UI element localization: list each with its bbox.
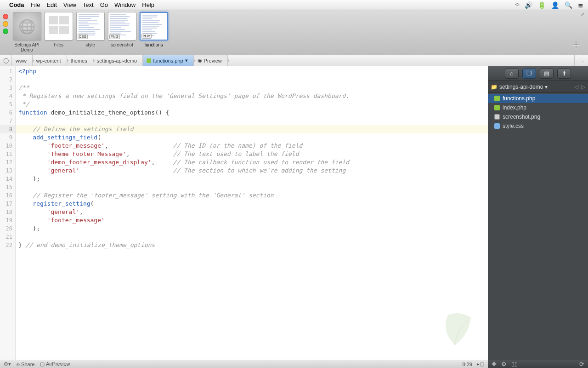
tab-settings-api-demo[interactable]: Settings API Demo (12, 12, 42, 52)
user-icon[interactable]: 👤 (551, 1, 559, 9)
breadcrumb-settings-api-demo[interactable]: settings-api-demo (93, 55, 143, 66)
menu-file[interactable]: File (31, 1, 40, 8)
symbols-icon[interactable]: ▸▢ (477, 361, 484, 367)
split-view-button[interactable]: +≡ (574, 55, 588, 66)
wifi-icon[interactable]: ⌔ (515, 1, 519, 9)
spotlight-icon[interactable]: 🔍 (565, 1, 572, 9)
chevron-down-icon[interactable]: ▾ (545, 84, 548, 90)
airpreview-button[interactable]: ▢ AirPreview (40, 361, 70, 367)
file-functions-php[interactable]: functions.php (488, 94, 588, 103)
file-screenshot-png[interactable]: screenshot.png (488, 112, 588, 121)
breadcrumb-file[interactable]: functions.php ▾ (143, 55, 193, 66)
document-tabs: Settings API DemoFilesCSSstylePNGscreens… (12, 12, 169, 52)
back-button[interactable]: ◯ (0, 55, 12, 66)
menu-view[interactable]: View (63, 1, 76, 8)
chevron-down-icon[interactable]: ▾ (185, 58, 188, 63)
status-bar: ⚙▾ ⎋ Share ▢ AirPreview 8:29 ▸▢ (0, 360, 488, 368)
code-editor[interactable]: 12345678910111213141516171819202122 <?ph… (0, 66, 488, 360)
menu-help[interactable]: Help (142, 1, 154, 8)
clips-icon[interactable]: ▤ (540, 69, 554, 79)
reload-icon[interactable]: ⟳ (579, 361, 584, 368)
minimize-button[interactable] (3, 21, 8, 27)
expand-icon[interactable]: ⤢ (581, 12, 584, 17)
sidebar-path[interactable]: 📁 settings-api-demo ▾ ◁ ▷ (488, 81, 588, 93)
sidebar-folder-label: settings-api-demo (499, 84, 543, 90)
png-file-icon (494, 114, 500, 120)
files-icon[interactable]: ❐ (522, 69, 536, 79)
gear-icon[interactable]: ⚙▾ (4, 361, 11, 367)
php-file-icon (494, 96, 500, 101)
menu-text[interactable]: Text (83, 1, 94, 8)
php-file-icon (147, 58, 151, 63)
add-file-icon[interactable]: ✚ (492, 361, 497, 368)
file-list: functions.phpindex.phpscreenshot.pngstyl… (488, 93, 588, 360)
columns-icon[interactable]: ▯▯ (511, 361, 518, 368)
breadcrumb-file-label: functions.php (153, 58, 183, 63)
breadcrumb-themes[interactable]: themes (67, 55, 93, 66)
eye-icon: ◉ (198, 58, 202, 63)
tab-style[interactable]: CSSstyle (75, 12, 105, 47)
sidebar: ⌂ ❐ ▤ ⬆ 📁 settings-api-demo ▾ ◁ ▷ functi… (488, 66, 588, 360)
css-file-icon (494, 123, 500, 129)
menu-window[interactable]: Window (114, 1, 136, 8)
breadcrumb-www[interactable]: www (12, 55, 33, 66)
notifications-icon[interactable]: ≣ (578, 1, 583, 9)
window-controls (3, 12, 8, 34)
php-file-icon (494, 105, 500, 110)
file-style-css[interactable]: style.css (488, 121, 588, 131)
tab-files[interactable]: Files (44, 12, 74, 47)
share-button[interactable]: ⎋ Share (17, 362, 34, 367)
zoom-button[interactable] (3, 29, 8, 34)
file-index-php[interactable]: index.php (488, 103, 588, 112)
action-icon[interactable]: ⚙ (501, 361, 507, 368)
app-name[interactable]: Coda (9, 1, 24, 8)
add-tab-button[interactable]: ＋ (570, 35, 582, 53)
folder-icon: 📁 (491, 84, 498, 90)
code-area[interactable]: <?php/** * Registers a new settings fiel… (16, 66, 488, 360)
preview-button[interactable]: ◉ Preview (194, 55, 228, 66)
nav-back-icon[interactable]: ◁ (574, 84, 578, 90)
toolbar: Settings API DemoFilesCSSstylePNGscreens… (0, 10, 588, 55)
menu-edit[interactable]: Edit (46, 1, 57, 8)
home-icon[interactable]: ⌂ (505, 69, 519, 79)
nav-forward-icon[interactable]: ▷ (581, 84, 585, 90)
line-gutter: 12345678910111213141516171819202122 (0, 66, 16, 360)
menu-extras: ⌔ 🔊 🔋 👤 🔍 ≣ (515, 1, 583, 9)
path-bar: ◯ wwwwp-contentthemessettings-api-demo f… (0, 55, 588, 66)
preview-label: Preview (204, 58, 222, 63)
battery-icon[interactable]: 🔋 (538, 1, 546, 9)
breadcrumb-wp-content[interactable]: wp-content (33, 55, 67, 66)
publish-icon[interactable]: ⬆ (557, 69, 571, 79)
sidebar-toolbar: ⌂ ❐ ▤ ⬆ (488, 66, 588, 81)
tab-functions[interactable]: PHPfunctions (139, 12, 169, 47)
close-button[interactable] (3, 14, 8, 19)
volume-icon[interactable]: 🔊 (525, 1, 532, 9)
tab-screenshot[interactable]: PNGscreenshot (107, 12, 137, 47)
menu-go[interactable]: Go (100, 1, 108, 8)
cursor-position: 8:29 (463, 362, 472, 367)
menubar: Coda FileEditViewTextGoWindowHelp ⌔ 🔊 🔋 … (0, 0, 588, 10)
sidebar-status: ✚ ⚙ ▯▯ ⟳ (488, 360, 588, 368)
